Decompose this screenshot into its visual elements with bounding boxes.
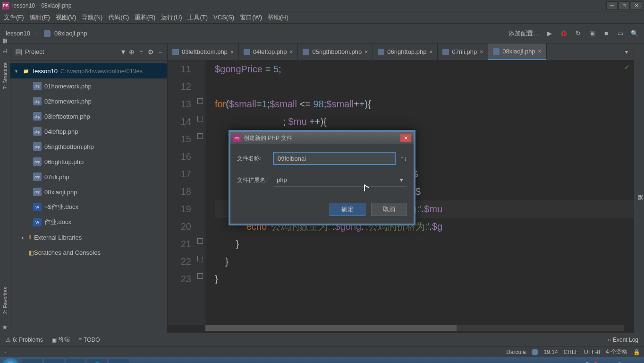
menu-tools[interactable]: 工具(T) — [187, 13, 208, 22]
scroll-thumb[interactable] — [205, 325, 457, 331]
tab[interactable]: 07rili.php× — [438, 43, 488, 60]
close-icon[interactable]: × — [429, 49, 432, 55]
star-icon[interactable]: ★ — [2, 323, 8, 333]
menu-vcs[interactable]: VCS(S) — [213, 14, 234, 21]
extension-dropdown[interactable]: php ▾ — [273, 173, 407, 187]
encoding[interactable]: UTF-8 — [584, 349, 600, 355]
indent[interactable]: 4 个空格 — [606, 348, 627, 356]
file-item[interactable]: php03leftbottom.php — [10, 109, 167, 124]
file-item[interactable]: php01homework.php — [10, 78, 167, 94]
breadcrumb-file[interactable]: 08xiaoji.php — [54, 30, 87, 37]
line-separator[interactable]: CRLF — [564, 349, 578, 355]
sort-icon[interactable]: ↑↓ — [400, 155, 407, 162]
ok-button[interactable]: 确定 — [330, 203, 365, 216]
problems-button[interactable]: ⚠ 6: Problems — [6, 336, 43, 344]
task-item[interactable]: 🌐 — [87, 359, 108, 363]
file-item[interactable]: php07rili.php — [10, 169, 167, 184]
tab-overflow-icon[interactable]: ▾ — [619, 43, 634, 60]
close-icon[interactable]: × — [480, 49, 483, 55]
menu-code[interactable]: 代码(C) — [108, 13, 129, 22]
theme-label[interactable]: Darcula — [506, 349, 525, 355]
breadcrumb-sep: 〉 — [34, 29, 40, 38]
sidebar-title[interactable]: Project — [25, 48, 121, 55]
expand-icon[interactable]: ▾ — [15, 69, 22, 74]
task-item[interactable]: 📁 — [22, 359, 42, 363]
fold-icon[interactable] — [197, 116, 203, 121]
menu-edit[interactable]: 编辑(E) — [30, 13, 50, 22]
expand-icon[interactable]: ▸ — [22, 235, 28, 240]
run-icon[interactable]: ▶ — [546, 30, 553, 37]
task-item[interactable]: C — [109, 359, 129, 363]
search-icon[interactable]: 🔍 — [631, 30, 638, 37]
collapse-icon[interactable]: − — [159, 48, 162, 56]
file-item[interactable]: php08xiaoji.php — [10, 184, 167, 199]
scratches[interactable]: ◧Scratches and Consoles — [10, 245, 167, 260]
task-item[interactable]: W — [43, 359, 64, 363]
rail-favorites[interactable]: 2: Favorites — [2, 287, 8, 314]
close-button[interactable]: ✕ — [631, 1, 642, 10]
menu-navigate[interactable]: 导航(N) — [82, 13, 102, 22]
file-item[interactable]: W~$作业.docx — [10, 199, 167, 215]
menu-refactor[interactable]: 重构(R) — [135, 13, 155, 22]
event-log-button[interactable]: ○ Event Log — [608, 337, 638, 343]
tab[interactable]: 05rigthbottom.php× — [298, 43, 373, 60]
tree-root[interactable]: ▾ 📁 lesson10 C:\wamp64\www\online\01\les — [10, 63, 167, 78]
layout-icon[interactable]: ▭ — [617, 30, 624, 37]
file-item[interactable]: W作业.docx — [10, 215, 167, 230]
cancel-button[interactable]: 取消 — [371, 203, 407, 216]
run-config-dropdown[interactable]: 添加配置… — [508, 29, 539, 38]
menu-run[interactable]: 运行(U) — [161, 13, 182, 22]
coverage-icon[interactable]: ↻ — [574, 30, 582, 37]
divide-icon[interactable]: ÷ — [139, 48, 143, 56]
locate-icon[interactable]: ⊕ — [129, 48, 135, 56]
gear-icon[interactable]: ⚙ — [148, 48, 154, 56]
terminal-button[interactable]: ▣ 终端 — [51, 336, 70, 344]
theme-dot-icon[interactable] — [532, 349, 538, 355]
status-left-icon[interactable]: ▫ — [4, 349, 6, 355]
lock-icon[interactable]: 🔒 — [633, 349, 640, 355]
todo-button[interactable]: ≡ TODO — [78, 336, 100, 344]
dialog-close-button[interactable]: ✕ — [400, 134, 411, 142]
chevron-down-icon[interactable]: ▾ — [121, 47, 125, 56]
file-item[interactable]: php05rigthbottom.php — [10, 139, 167, 154]
right-tool-rail[interactable]: 数据库 — [634, 43, 644, 333]
external-libraries[interactable]: ▸⫴External Libraries — [10, 230, 167, 245]
file-item[interactable]: php04leftop.php — [10, 124, 167, 139]
file-item[interactable]: php02homework.php — [10, 94, 167, 109]
tab[interactable]: 03leftbottom.php× — [168, 43, 239, 60]
close-icon[interactable]: × — [289, 49, 293, 55]
close-icon[interactable]: × — [230, 49, 234, 55]
php-icon — [442, 49, 449, 55]
profile-icon[interactable]: ▣ — [588, 30, 596, 37]
file-item[interactable]: php06righttop.php — [10, 154, 167, 169]
menu-view[interactable]: 视图(V) — [56, 13, 76, 22]
horizontal-scrollbar[interactable] — [205, 325, 624, 331]
fold-icon[interactable] — [197, 256, 203, 261]
menu-help[interactable]: 帮助(H) — [268, 13, 288, 22]
filename-input[interactable] — [273, 152, 396, 165]
tab-active[interactable]: 08xiaoji.php× — [488, 43, 546, 60]
folder-icon: ▤ — [15, 47, 22, 56]
stop-icon[interactable]: ■ — [602, 30, 610, 37]
start-button[interactable]: ⊞ — [2, 358, 19, 363]
navbar: lesson10 〉 08xiaoji.php 添加配置… ▶ 🐞 ↻ ▣ ■ … — [0, 24, 644, 43]
breadcrumb-project[interactable]: lesson10 — [6, 30, 30, 37]
maximize-button[interactable]: □ — [619, 1, 630, 10]
minimize-button[interactable]: ─ — [606, 1, 618, 10]
close-icon[interactable]: × — [538, 48, 542, 55]
rail-project[interactable]: 1: 项目 — [1, 47, 8, 53]
task-item[interactable]: PS — [65, 359, 86, 363]
menu-window[interactable]: 窗口(W) — [240, 13, 262, 22]
fold-icon[interactable] — [197, 273, 203, 279]
fold-icon[interactable] — [197, 133, 203, 139]
fold-icon[interactable] — [197, 238, 203, 244]
rail-structure[interactable]: 7: Structure — [2, 62, 8, 89]
fold-column[interactable] — [196, 60, 205, 325]
menu-file[interactable]: 文件(F) — [4, 13, 24, 22]
fold-icon[interactable] — [197, 98, 203, 104]
tab[interactable]: 04leftop.php× — [239, 43, 298, 60]
close-icon[interactable]: × — [364, 49, 368, 55]
dialog-titlebar[interactable]: PS 创建新的 PHP 文件 ✕ — [230, 132, 414, 144]
tab[interactable]: 06righttop.php× — [373, 43, 438, 60]
debug-icon[interactable]: 🐞 — [560, 30, 568, 37]
